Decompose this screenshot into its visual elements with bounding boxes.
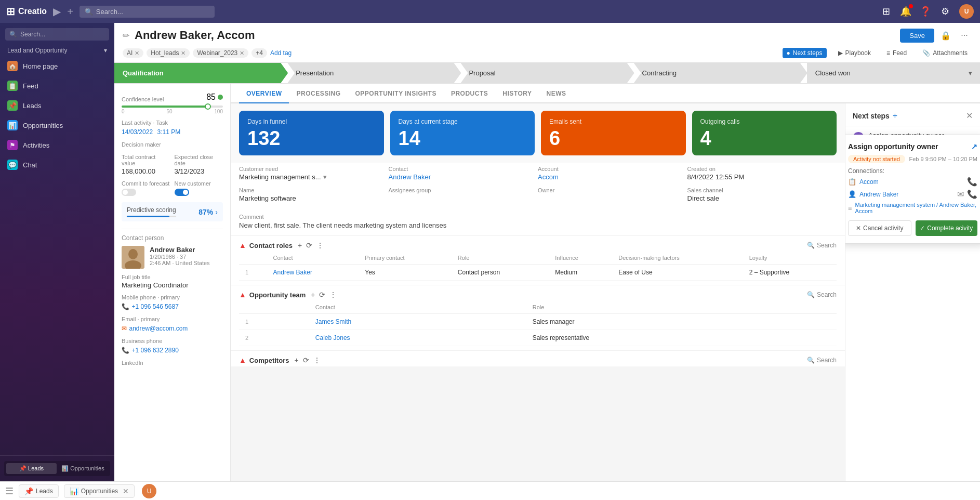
bottom-tab-opportunities[interactable]: 📊 Opportunities ✕ bbox=[64, 484, 135, 498]
tag-ai-remove[interactable]: ✕ bbox=[135, 50, 139, 57]
row-contact[interactable]: Andrew Baker bbox=[273, 269, 312, 276]
contact-section: Contact person Andrew Baker 1/20/1986 · … bbox=[122, 229, 223, 366]
tab-news[interactable]: NEWS bbox=[539, 84, 573, 103]
opportunity-team-more[interactable]: ⋮ bbox=[329, 291, 337, 299]
stage-proposal[interactable]: Proposal bbox=[460, 63, 634, 83]
bottom-opportunities-close[interactable]: ✕ bbox=[123, 487, 129, 495]
contact-roles-add[interactable]: + bbox=[298, 241, 302, 249]
user-avatar[interactable]: U bbox=[959, 4, 974, 19]
feed-tool-button[interactable]: ≡ Feed bbox=[882, 48, 911, 58]
sidebar-tab-leads[interactable]: 📌 Leads bbox=[6, 463, 57, 474]
sidebar-item-activities[interactable]: ⚑ Activities bbox=[0, 135, 114, 155]
team-row1-contact[interactable]: James Smith bbox=[315, 318, 351, 325]
predictive-scoring-row[interactable]: Predictive scoring 87% › bbox=[122, 202, 223, 221]
team-col-role[interactable]: Role bbox=[526, 301, 837, 314]
playbook-tool-button[interactable]: ▶ Playbook bbox=[834, 48, 875, 58]
col-loyalty[interactable]: Loyalty bbox=[743, 252, 837, 265]
tab-overview[interactable]: OVERVIEW bbox=[239, 84, 289, 103]
opportunity-team-refresh[interactable]: ⟳ bbox=[319, 291, 325, 299]
stage-dropdown-icon[interactable]: ▾ bbox=[969, 69, 972, 77]
sidebar-item-home[interactable]: 🏠 Home page bbox=[0, 56, 114, 76]
contact-roles-refresh[interactable]: ⟳ bbox=[306, 241, 312, 249]
save-button[interactable]: Save bbox=[900, 29, 934, 43]
popup-opportunity-link[interactable]: Marketing management system / Andrew Bak… bbox=[855, 202, 977, 214]
competitors-search[interactable]: 🔍 Search bbox=[807, 357, 837, 364]
col-role[interactable]: Role bbox=[452, 252, 549, 265]
account-link[interactable]: Accom bbox=[538, 173, 687, 181]
settings-icon[interactable]: ⚙ bbox=[939, 6, 951, 17]
info-customer-need: Customer need Marketing management s... … bbox=[239, 163, 389, 184]
sidebar-search[interactable]: 🔍 Search... bbox=[5, 28, 109, 41]
customer-need-dropdown[interactable]: ▾ bbox=[323, 173, 327, 181]
new-customer-toggle[interactable] bbox=[175, 189, 189, 196]
opportunity-team-search[interactable]: 🔍 Search bbox=[807, 291, 837, 298]
lock-icon[interactable]: 🔒 bbox=[938, 28, 953, 43]
bottom-user-avatar[interactable]: U bbox=[142, 484, 156, 498]
next-steps-add-button[interactable]: + bbox=[893, 111, 897, 121]
sidebar-item-chat[interactable]: 💬 Chat bbox=[0, 155, 114, 175]
business-phone-value[interactable]: +1 096 632 2890 bbox=[131, 347, 178, 354]
accom-phone-icon[interactable]: 📞 bbox=[967, 177, 977, 187]
confidence-slider[interactable] bbox=[122, 106, 223, 108]
col-num bbox=[239, 252, 267, 265]
add-button[interactable]: + bbox=[67, 6, 73, 18]
popup-andrew-link[interactable]: Andrew Baker bbox=[859, 191, 898, 198]
sidebar-item-leads[interactable]: 📌 Leads bbox=[0, 96, 114, 115]
last-activity-date[interactable]: 14/03/2022 bbox=[122, 128, 153, 136]
andrew-phone-icon[interactable]: 📞 bbox=[967, 189, 977, 199]
col-primary[interactable]: Primary contact bbox=[359, 252, 452, 265]
popup-accom-link[interactable]: Accom bbox=[859, 178, 879, 186]
contact-time: 2:46 AM · United States bbox=[150, 260, 223, 266]
team-col-contact[interactable]: Contact bbox=[309, 301, 526, 314]
tag-hot-leads-remove[interactable]: ✕ bbox=[181, 50, 186, 57]
stage-closed-won[interactable]: Closed won ▾ bbox=[807, 63, 980, 83]
collapse-icon[interactable]: ☰ bbox=[5, 485, 14, 497]
tab-history[interactable]: HISTORY bbox=[495, 84, 539, 103]
sidebar-item-opportunities[interactable]: 📊 Opportunities bbox=[0, 115, 114, 135]
tab-opportunity-insights[interactable]: OPPORTUNITY INSIGHTS bbox=[348, 84, 443, 103]
col-factors[interactable]: Decision-making factors bbox=[612, 252, 743, 265]
next-steps-close-button[interactable]: ✕ bbox=[966, 111, 973, 121]
edit-icon[interactable]: ✏ bbox=[123, 31, 129, 41]
col-influence[interactable]: Influence bbox=[549, 252, 612, 265]
tab-processing[interactable]: PROCESSING bbox=[289, 84, 348, 103]
attachments-tool-button[interactable]: 📎 Attachments bbox=[918, 48, 972, 58]
mobile-value[interactable]: +1 096 546 5687 bbox=[131, 303, 178, 310]
contract-row: Total contract value 168,000.00 Expected… bbox=[122, 149, 223, 175]
commit-toggle[interactable] bbox=[122, 189, 136, 196]
bottom-tab-leads[interactable]: 📌 Leads bbox=[19, 484, 59, 498]
team-row2-contact[interactable]: Caleb Jones bbox=[315, 334, 350, 341]
grid-icon[interactable]: ⊞ bbox=[880, 6, 892, 17]
add-tag-button[interactable]: Add tag bbox=[270, 49, 292, 57]
popup-external-icon[interactable]: ↗ bbox=[971, 142, 977, 151]
sidebar-tab-opportunities[interactable]: 📊 Opportunities bbox=[58, 463, 108, 474]
opportunity-team-add[interactable]: + bbox=[311, 291, 315, 299]
global-search[interactable]: 🔍 Search... bbox=[80, 6, 215, 18]
sidebar-item-feed[interactable]: 📋 Feed bbox=[0, 76, 114, 96]
stage-contracting[interactable]: Contracting bbox=[634, 63, 807, 83]
bell-icon[interactable]: 🔔 bbox=[900, 6, 911, 17]
help-icon[interactable]: ❓ bbox=[920, 6, 931, 17]
competitors-add[interactable]: + bbox=[294, 356, 298, 364]
col-contact[interactable]: Contact bbox=[267, 252, 359, 265]
contact-roles-more[interactable]: ⋮ bbox=[316, 241, 324, 249]
andrew-email-icon[interactable]: ✉ bbox=[957, 189, 964, 199]
contact-roles-search[interactable]: 🔍 Search bbox=[807, 242, 837, 249]
play-button[interactable]: ▶ bbox=[53, 5, 61, 18]
tag-webinar-remove[interactable]: ✕ bbox=[240, 50, 244, 57]
tag-more[interactable]: +4 bbox=[251, 48, 267, 58]
contact-link[interactable]: Andrew Baker bbox=[389, 173, 538, 181]
sidebar-section-label[interactable]: Lead and Opportunity ▾ bbox=[0, 44, 114, 56]
cancel-activity-button[interactable]: ✕ Cancel activity bbox=[848, 220, 911, 236]
stage-presentation[interactable]: Presentation bbox=[287, 63, 461, 83]
complete-activity-button[interactable]: ✓ Complete acivity bbox=[916, 220, 978, 236]
email-value[interactable]: andrew@accom.com bbox=[129, 325, 188, 332]
competitors-refresh[interactable]: ⟳ bbox=[303, 356, 309, 364]
contact-name[interactable]: Andrew Baker bbox=[150, 246, 223, 254]
more-options-icon[interactable]: ··· bbox=[957, 28, 972, 43]
tab-products[interactable]: PRODUCTS bbox=[444, 84, 495, 103]
stage-qualification[interactable]: Qualification bbox=[114, 63, 288, 83]
header-actions: Save 🔒 ··· bbox=[900, 28, 972, 43]
next-steps-tool-button[interactable]: ● Next steps bbox=[783, 48, 827, 58]
competitors-more[interactable]: ⋮ bbox=[313, 356, 321, 364]
